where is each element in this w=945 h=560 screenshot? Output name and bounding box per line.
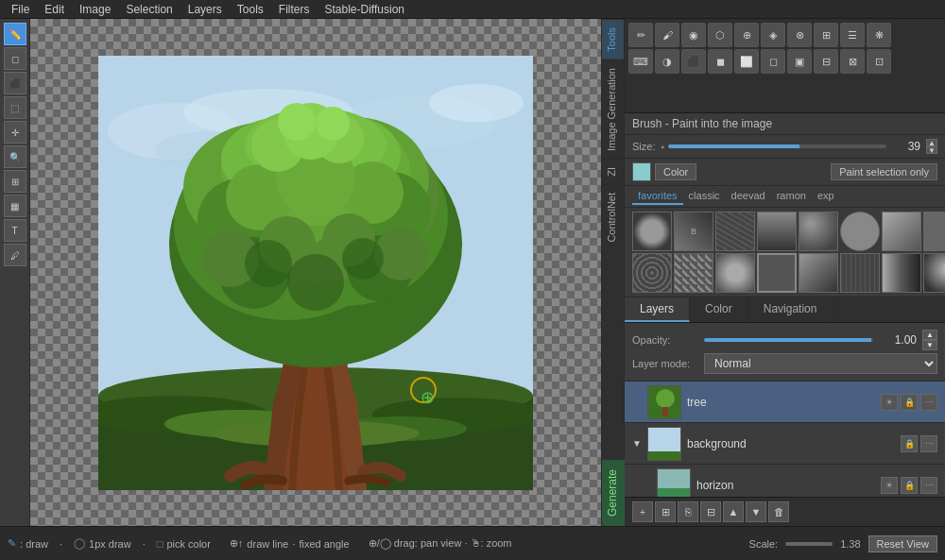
brush-preset-17[interactable] <box>882 253 921 293</box>
tb-icon-14[interactable]: ◼ <box>708 49 732 74</box>
canvas-content[interactable] <box>98 56 533 490</box>
brush-preset-6[interactable] <box>840 212 880 251</box>
opacity-slider[interactable] <box>704 338 873 342</box>
brush-preset-4[interactable] <box>757 212 797 251</box>
opacity-down[interactable]: ▼ <box>922 340 937 350</box>
layer-copy-btn[interactable]: ⎘ <box>678 501 698 522</box>
select-tool[interactable]: ⬚ <box>4 96 26 119</box>
menu-stable-diffusion[interactable]: Stable-Diffusion <box>317 0 412 18</box>
tb-icon-19[interactable]: ⊠ <box>840 49 865 74</box>
layer-group-btn[interactable]: ⊞ <box>655 501 676 522</box>
layer-more-bg[interactable]: ⋯ <box>920 435 937 452</box>
status-pick-color: □ pick color <box>157 538 211 550</box>
brush-preset-8[interactable] <box>923 212 945 251</box>
canvas-area[interactable]: ⊕ <box>30 19 601 526</box>
layer-more-tree[interactable]: ⋯ <box>920 394 937 411</box>
move-tool[interactable]: ✛ <box>4 121 26 144</box>
tb-icon-5[interactable]: ⊕ <box>734 23 759 47</box>
layer-visibility-tree[interactable]: ☀ <box>881 394 898 411</box>
layer-expand-bg[interactable]: ▼ <box>632 438 642 449</box>
color-picker-tool[interactable]: 🖊 <box>4 244 26 266</box>
brush-tab-deevad[interactable]: deevad <box>726 188 771 205</box>
text-tool[interactable]: T <box>4 219 26 242</box>
brush-preset-3[interactable] <box>715 212 755 251</box>
tb-icon-20[interactable]: ⊡ <box>867 49 891 74</box>
tb-icon-13[interactable]: ⬛ <box>681 49 706 74</box>
layer-item-background[interactable]: ▼ background 🔒 ⋯ <box>625 423 945 465</box>
layer-lock-bg[interactable]: 🔒 <box>901 435 918 452</box>
brush-preset-16[interactable] <box>840 253 880 293</box>
tb-icon-3[interactable]: ◉ <box>681 23 706 47</box>
menu-tools[interactable]: Tools <box>230 0 271 18</box>
tb-icon-17[interactable]: ▣ <box>787 49 812 74</box>
layer-mode-select[interactable]: Normal Multiply Screen Overlay <box>704 353 937 374</box>
menu-image[interactable]: Image <box>72 0 118 18</box>
brush-tab-ramon[interactable]: ramon <box>771 188 812 205</box>
menu-filters[interactable]: Filters <box>271 0 318 18</box>
tb-icon-11[interactable]: ⌨ <box>628 49 653 74</box>
crop-tool[interactable]: ⊞ <box>4 170 26 193</box>
brush-tab-classic[interactable]: classic <box>683 188 726 205</box>
paint-selection-button[interactable]: Paint selection only <box>831 163 937 180</box>
layer-more-horizon[interactable]: ⋯ <box>920 477 937 494</box>
tb-icon-8[interactable]: ⊞ <box>814 23 838 47</box>
brush-preset-13[interactable] <box>715 253 755 293</box>
brush-preset-11[interactable] <box>632 253 672 293</box>
color-swatch[interactable] <box>632 162 651 181</box>
image-gen-panel-tab[interactable]: Image Generation <box>602 59 624 159</box>
brush-preset-14[interactable] <box>757 253 797 293</box>
brush-preset-18[interactable] <box>923 253 945 293</box>
tools-panel-tab[interactable]: Tools <box>602 19 624 59</box>
layer-new-btn[interactable]: + <box>632 501 653 522</box>
menu-edit[interactable]: Edit <box>37 0 72 18</box>
fill-tool[interactable]: ⬛ <box>4 72 26 94</box>
tb-icon-16[interactable]: ◻ <box>761 49 785 74</box>
tab-navigation[interactable]: Navigation <box>748 297 833 322</box>
tb-icon-2[interactable]: 🖌 <box>655 23 679 47</box>
tb-icon-9[interactable]: ☰ <box>840 23 865 47</box>
color-button[interactable]: Color <box>655 163 696 180</box>
brush-tool[interactable]: ✏️ <box>4 23 26 45</box>
brush-preset-5[interactable] <box>799 212 838 251</box>
menu-layers[interactable]: Layers <box>180 0 230 18</box>
size-down[interactable]: ▼ <box>926 146 937 154</box>
layer-merge-btn[interactable]: ⊟ <box>700 501 721 522</box>
tab-color[interactable]: Color <box>690 297 748 322</box>
layer-vis-horizon[interactable]: ☀ <box>881 477 898 494</box>
tb-icon-7[interactable]: ⊗ <box>787 23 812 47</box>
brush-preset-15[interactable] <box>799 253 838 293</box>
brush-preset-7[interactable] <box>882 212 921 251</box>
tb-icon-4[interactable]: ⬡ <box>708 23 732 47</box>
gradient-tool[interactable]: ▦ <box>4 195 26 217</box>
tb-icon-15[interactable]: ⬜ <box>734 49 759 74</box>
reset-view-button[interactable]: Reset View <box>868 535 937 552</box>
layer-item-tree[interactable]: tree ☀ 🔒 ⋯ <box>625 382 945 423</box>
brush-preset-12[interactable] <box>674 253 713 293</box>
tb-icon-1[interactable]: ✏ <box>628 23 653 47</box>
tb-icon-12[interactable]: ◑ <box>655 49 679 74</box>
brush-preset-1[interactable] <box>632 212 672 251</box>
layer-lock-horizon[interactable]: 🔒 <box>901 477 918 494</box>
zi-panel-tab[interactable]: ZI <box>602 159 624 184</box>
tb-icon-10[interactable]: ❋ <box>867 23 891 47</box>
opacity-up[interactable]: ▲ <box>922 330 937 340</box>
menu-selection[interactable]: Selection <box>118 0 180 18</box>
layer-down-btn[interactable]: ▼ <box>746 501 766 522</box>
zoom-tool[interactable]: 🔍 <box>4 145 26 168</box>
menu-file[interactable]: File <box>4 0 37 18</box>
layer-lock-tree[interactable]: 🔒 <box>901 394 918 411</box>
scale-slider[interactable] <box>785 542 833 546</box>
brush-tab-favorites[interactable]: favorites <box>632 188 683 205</box>
tb-icon-18[interactable]: ⊟ <box>814 49 838 74</box>
layer-delete-btn[interactable]: 🗑 <box>768 501 789 522</box>
eraser-tool[interactable]: ◻ <box>4 47 26 70</box>
tab-layers[interactable]: Layers <box>625 297 690 322</box>
control-net-panel-tab[interactable]: ControlNet <box>602 184 624 250</box>
brush-tab-exp[interactable]: exp <box>812 188 840 205</box>
generate-button[interactable]: Generate <box>602 460 625 526</box>
layer-item-horizon[interactable]: horizon ☀ 🔒 ⋯ <box>625 465 945 497</box>
layer-up-btn[interactable]: ▲ <box>723 501 744 522</box>
brush-preset-2[interactable]: B <box>674 212 713 251</box>
size-slider[interactable] <box>668 144 886 148</box>
tb-icon-6[interactable]: ◈ <box>761 23 785 47</box>
